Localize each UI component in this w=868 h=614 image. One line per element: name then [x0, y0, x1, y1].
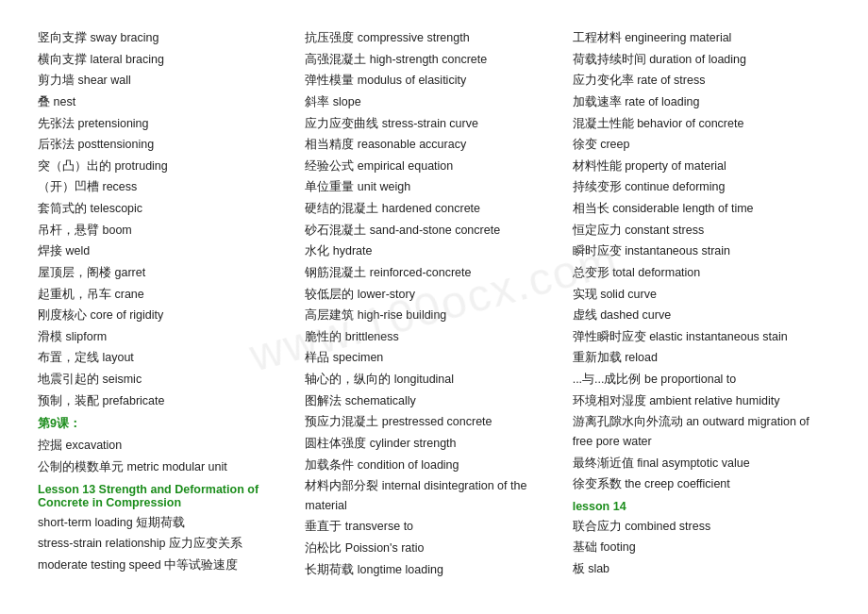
main-content: 竖向支撑 sway bracing横向支撑 lateral bracing剪力墙…: [38, 28, 830, 579]
term-entry: 徐变系数 the creep coefficient: [573, 474, 830, 494]
term-entry: 刚度核心 core of rigidity: [38, 306, 295, 325]
term-entry: 套筒式的 telescopic: [38, 199, 295, 219]
term-entry: 高层建筑 high-rise building: [305, 306, 562, 325]
term-entry: 吊杆，悬臂 boom: [38, 221, 295, 241]
term-entry: 相当精度 reasonable accuracy: [305, 135, 562, 155]
term-entry: 叠 nest: [38, 92, 295, 112]
term-entry: 预应力混凝土 prestressed concrete: [305, 412, 562, 432]
term-entry: 虚线 dashed curve: [573, 306, 830, 325]
section-header: 第9课：: [38, 416, 295, 432]
term-entry: 环境相对湿度 ambient relative humidity: [573, 391, 830, 411]
term-entry: 弹性模量 modulus of elasiticity: [305, 71, 562, 91]
column-3: 工程材料 engineering material荷载持续时间 duration…: [573, 28, 830, 579]
term-entry: 起重机，吊车 crane: [38, 285, 295, 305]
term-entry: 预制，装配 prefabricate: [38, 391, 295, 411]
column-1: 竖向支撑 sway bracing横向支撑 lateral bracing剪力墙…: [38, 28, 295, 579]
term-entry: 抗压强度 compressive strength: [305, 28, 562, 48]
term-entry: moderate testing speed 中等试验速度: [38, 556, 295, 575]
term-entry: 材料性能 property of material: [573, 157, 830, 176]
term-entry: 混凝土性能 behavior of concrete: [573, 114, 830, 134]
term-entry: 泊松比 Poission's ratio: [305, 539, 562, 558]
term-entry: 总变形 total deformation: [573, 263, 830, 283]
term-entry: 垂直于 transverse to: [305, 517, 562, 537]
term-entry: 脆性的 brittleness: [305, 327, 562, 347]
term-entry: 竖向支撑 sway bracing: [38, 28, 295, 48]
term-entry: 滑模 slipform: [38, 327, 295, 347]
term-entry: 相当长 considerable length of time: [573, 199, 830, 219]
term-entry: 联合应力 combined stress: [573, 517, 830, 537]
term-entry: 持续变形 continue deforming: [573, 177, 830, 197]
term-entry: 斜率 slope: [305, 92, 562, 112]
term-entry: ...与...成比例 be proportional to: [573, 370, 830, 390]
term-entry: 游离孔隙水向外流动 an outward migration of free p…: [573, 412, 830, 451]
term-entry: 实现 solid curve: [573, 285, 830, 305]
term-entry: 重新加载 reload: [573, 348, 830, 368]
term-entry: 徐变 creep: [573, 135, 830, 155]
term-entry: 硬结的混凝土 hardened concrete: [305, 199, 562, 219]
term-entry: 长期荷载 longtime loading: [305, 560, 562, 580]
term-entry: 后张法 posttensioning: [38, 135, 295, 155]
term-entry: 剪力墙 shear wall: [38, 71, 295, 91]
term-entry: 经验公式 empirical equation: [305, 157, 562, 176]
term-entry: 加载条件 condition of loading: [305, 456, 562, 475]
term-entry: short-term loading 短期荷载: [38, 513, 295, 533]
term-entry: 地震引起的 seismic: [38, 370, 295, 390]
term-entry: （开）凹槽 recess: [38, 177, 295, 197]
term-entry: 工程材料 engineering material: [573, 28, 830, 48]
term-entry: 控掘 excavation: [38, 436, 295, 456]
term-entry: 荷载持续时间 duration of loading: [573, 50, 830, 70]
term-entry: 砂石混凝土 sand-and-stone concrete: [305, 221, 562, 241]
term-entry: 加载速率 rate of loading: [573, 92, 830, 112]
term-entry: 圆柱体强度 cylinder strength: [305, 434, 562, 454]
term-entry: 公制的模数单元 metric modular unit: [38, 457, 295, 477]
term-entry: 基础 footing: [573, 538, 830, 557]
term-entry: 突（凸）出的 protruding: [38, 157, 295, 176]
term-entry: 单位重量 unit weigh: [305, 177, 562, 197]
term-entry: 应力变化率 rate of stress: [573, 71, 830, 91]
term-entry: 样品 specimen: [305, 348, 562, 368]
column-2: 抗压强度 compressive strength高强混凝土 high-stre…: [305, 28, 562, 579]
term-entry: 横向支撑 lateral bracing: [38, 50, 295, 70]
term-entry: 材料内部分裂 internal disintegration of the ma…: [305, 476, 562, 515]
term-entry: 焊接 weld: [38, 241, 295, 261]
term-entry: 弹性瞬时应变 elastic instantaneous stain: [573, 327, 830, 347]
section-header: Lesson 13 Strength and Deformation of Co…: [38, 483, 295, 509]
term-entry: 钢筋混凝土 reinforced-concrete: [305, 263, 562, 283]
section-header: lesson 14: [573, 500, 830, 513]
term-entry: 图解法 schematically: [305, 391, 562, 411]
term-entry: 轴心的，纵向的 longitudinal: [305, 370, 562, 390]
term-entry: 布置，定线 layout: [38, 348, 295, 368]
term-entry: 高强混凝土 high-strength concrete: [305, 50, 562, 70]
term-entry: 先张法 pretensioning: [38, 114, 295, 134]
term-entry: 恒定应力 constant stress: [573, 221, 830, 241]
term-entry: 应力应变曲线 stress-strain curve: [305, 114, 562, 134]
term-entry: 屋顶层，阁楼 garret: [38, 263, 295, 283]
term-entry: 板 slab: [573, 559, 830, 579]
term-entry: 瞬时应变 instantaneous strain: [573, 241, 830, 261]
term-entry: 较低层的 lower-story: [305, 285, 562, 305]
term-entry: 最终渐近值 final asymptotic value: [573, 454, 830, 473]
term-entry: 水化 hydrate: [305, 241, 562, 261]
term-entry: stress-strain relationship 应力应变关系: [38, 534, 295, 554]
